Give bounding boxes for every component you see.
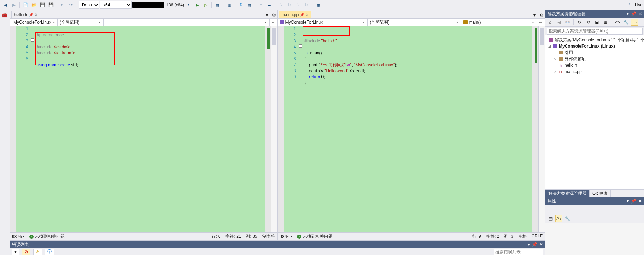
showall-icon[interactable]: ▦ bbox=[602, 19, 609, 26]
breakpoint-gutter[interactable] bbox=[10, 26, 16, 232]
tab-hello-h[interactable]: hello.h 📌 ✕ bbox=[11, 11, 40, 18]
code-icon[interactable]: <> bbox=[614, 19, 621, 26]
issues-indicator[interactable]: ✓未找到相关问题 bbox=[29, 233, 65, 239]
zoom-control[interactable]: 98 %▼ bbox=[12, 234, 25, 239]
solution-explorer-header[interactable]: 解决方案资源管理器 ▾📌✕ bbox=[545, 10, 644, 18]
nav-swap-button[interactable]: ↔ bbox=[270, 19, 277, 26]
tool1-icon[interactable]: ▦ bbox=[213, 1, 221, 9]
status-col[interactable]: 列: 35 bbox=[246, 233, 257, 239]
expander-icon[interactable]: ◢ bbox=[548, 44, 551, 48]
status-indent[interactable]: 空格 bbox=[518, 233, 527, 239]
tree-references[interactable]: 引用 bbox=[546, 49, 643, 56]
redo-icon[interactable]: ↷ bbox=[67, 1, 75, 9]
categorized-icon[interactable]: ▤ bbox=[547, 215, 554, 222]
undo-icon[interactable]: ↶ bbox=[59, 1, 66, 9]
alphabetical-icon[interactable]: A↓ bbox=[555, 215, 562, 222]
error-search-input[interactable] bbox=[494, 249, 543, 255]
view-icon[interactable]: 👓 bbox=[564, 19, 571, 26]
tool2-icon[interactable]: ▥ bbox=[225, 1, 233, 9]
live-share-label[interactable]: Live bbox=[635, 2, 643, 7]
status-lineending[interactable]: CRLF bbox=[532, 233, 543, 239]
nav-member-dropdown[interactable]: ▼ bbox=[104, 19, 270, 26]
tab-main-cpp[interactable]: main.cpp 📌 ✕ bbox=[279, 11, 311, 18]
home-icon[interactable]: ⌂ bbox=[547, 19, 554, 26]
vertical-scrollbar[interactable] bbox=[271, 26, 277, 232]
properties-combo[interactable] bbox=[545, 205, 644, 214]
sync-icon[interactable]: ⟳ bbox=[576, 19, 583, 26]
tree-file-main-cpp[interactable]: ▷++main.cpp bbox=[546, 68, 643, 75]
dock-tab-solution-explorer[interactable]: 解决方案资源管理器 bbox=[545, 190, 590, 197]
nav-scope-dropdown[interactable]: (全局范围)▼ bbox=[368, 19, 461, 26]
expander-icon[interactable]: ▷ bbox=[553, 57, 557, 61]
pin-icon[interactable]: 📌 bbox=[300, 13, 304, 17]
start-debug-icon[interactable]: ▶ bbox=[193, 1, 201, 9]
chevron-down-icon[interactable]: ▾ bbox=[528, 242, 530, 247]
pin-icon[interactable]: 📌 bbox=[29, 13, 33, 17]
status-char[interactable]: 字符: 2 bbox=[486, 233, 499, 239]
open-icon[interactable]: 📂 bbox=[30, 1, 38, 9]
breakpoint-gutter[interactable] bbox=[278, 26, 284, 232]
tree-external-deps[interactable]: ▷外部依赖项 bbox=[546, 56, 643, 62]
issues-indicator[interactable]: ✓未找到相关问题 bbox=[297, 233, 332, 239]
se-search-input[interactable] bbox=[547, 28, 643, 35]
status-char[interactable]: 字符: 21 bbox=[225, 233, 241, 239]
step-icon[interactable]: ↧ bbox=[237, 1, 244, 9]
nav-fwd-icon[interactable]: ▶ bbox=[10, 1, 18, 9]
prop-pages-icon[interactable]: 🔧 bbox=[564, 215, 571, 222]
tab-overflow-icon[interactable]: ▾ bbox=[264, 12, 270, 18]
properties-icon[interactable]: 🔧 bbox=[622, 19, 630, 26]
status-line[interactable]: 行: 9 bbox=[472, 233, 481, 239]
status-indent[interactable]: 制表符 bbox=[262, 233, 275, 239]
nav-back-icon[interactable]: ◀ bbox=[1, 1, 9, 9]
solution-tree[interactable]: 解决方案"MyConsoleForLinux"(1 个项目/共 1 个) ◢My… bbox=[545, 35, 644, 189]
pin-icon[interactable]: 📌 bbox=[532, 242, 537, 247]
live-share-icon[interactable]: ⇪ bbox=[626, 1, 633, 9]
tool3-icon[interactable]: ▤ bbox=[245, 1, 253, 9]
pin-icon[interactable]: 📌 bbox=[631, 11, 636, 16]
vertical-scrollbar[interactable] bbox=[538, 26, 545, 232]
nav-project-dropdown[interactable]: MyConsoleForLinux▼ bbox=[10, 19, 58, 26]
nav-project-dropdown[interactable]: MyConsoleForLinux▼ bbox=[278, 19, 368, 26]
panel-header[interactable]: 错误列表 ▾📌✕ bbox=[10, 241, 545, 248]
fold-toggle-icon[interactable]: − bbox=[31, 38, 34, 42]
close-icon[interactable]: ✕ bbox=[306, 13, 308, 17]
next-bm-icon[interactable]: ⚐ bbox=[294, 1, 302, 9]
start-nodebug-icon[interactable]: ▷ bbox=[202, 1, 209, 9]
back-icon[interactable]: ◀ bbox=[555, 19, 562, 26]
save-all-icon[interactable]: 💾 bbox=[47, 1, 55, 9]
close-icon[interactable]: ✕ bbox=[638, 199, 642, 204]
nav-member-dropdown[interactable]: main()▼ bbox=[461, 19, 537, 26]
fold-gutter[interactable]: − bbox=[298, 26, 303, 232]
indent-right-icon[interactable]: ≣ bbox=[265, 1, 273, 9]
filter-dropdown[interactable]: ▾ bbox=[12, 249, 19, 255]
fold-toggle-icon[interactable]: − bbox=[299, 44, 302, 48]
clear-bm-icon[interactable]: ⚐ bbox=[302, 1, 310, 9]
preview-icon[interactable]: ▭ bbox=[631, 19, 638, 26]
close-icon[interactable]: ✕ bbox=[35, 13, 37, 17]
settings-icon[interactable]: ⚙ bbox=[538, 12, 545, 18]
platform-dropdown[interactable]: x64 bbox=[100, 1, 132, 9]
code-editor-right[interactable]: #include "hello.h" int main() { printf("… bbox=[303, 26, 532, 232]
rail-icon[interactable]: 🧰 bbox=[1, 11, 9, 19]
zoom-control[interactable]: 98 %▼ bbox=[280, 234, 293, 239]
properties-grid[interactable] bbox=[545, 223, 644, 255]
status-line[interactable]: 行: 6 bbox=[212, 233, 220, 239]
warnings-chip[interactable]: ⚠ bbox=[33, 249, 42, 255]
chevron-down-icon[interactable]: ▾ bbox=[627, 199, 629, 204]
tab-overflow-icon[interactable]: ▾ bbox=[531, 12, 538, 18]
refresh-icon[interactable]: ⟲ bbox=[585, 19, 592, 26]
fold-gutter[interactable]: − bbox=[30, 26, 35, 232]
dock-tab-git-changes[interactable]: Git 更改 bbox=[590, 190, 611, 197]
close-icon[interactable]: ✕ bbox=[638, 11, 642, 16]
tree-file-hello-h[interactable]: hhello.h bbox=[546, 62, 643, 68]
messages-chip[interactable]: ⓘ bbox=[45, 249, 54, 255]
settings-icon[interactable]: ⚙ bbox=[271, 12, 277, 18]
save-icon[interactable]: 💾 bbox=[39, 1, 46, 9]
target-dropdown-icon[interactable]: ▼ bbox=[185, 1, 193, 9]
chevron-down-icon[interactable]: ▾ bbox=[627, 11, 629, 16]
properties-header[interactable]: 属性 ▾📌✕ bbox=[545, 197, 644, 205]
config-dropdown[interactable]: Debug bbox=[79, 1, 99, 9]
status-col[interactable]: 列: 3 bbox=[504, 233, 513, 239]
errors-chip[interactable]: ⊘ bbox=[22, 249, 30, 255]
new-item-icon[interactable]: 📄 bbox=[22, 1, 29, 9]
